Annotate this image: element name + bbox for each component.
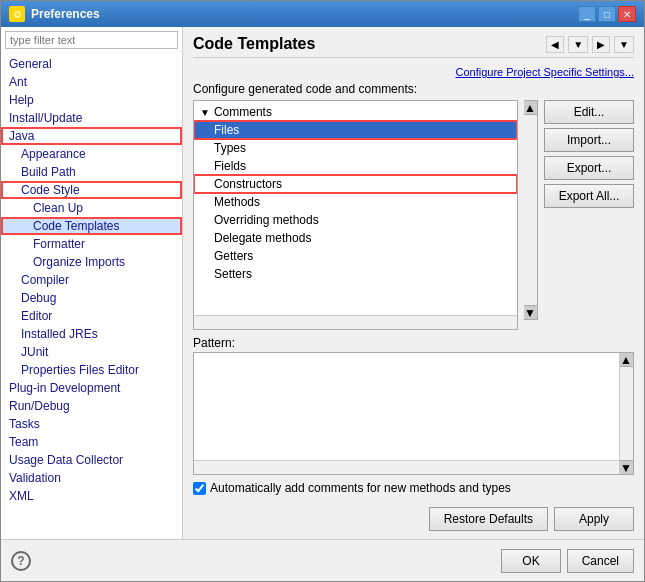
sidebar-item-build-path[interactable]: Build Path bbox=[1, 163, 182, 181]
code-tree-fields[interactable]: Fields bbox=[194, 157, 517, 175]
code-tree-setters[interactable]: Setters bbox=[194, 265, 517, 283]
sidebar-item-xml[interactable]: XML bbox=[1, 487, 182, 505]
pattern-hscrollbar[interactable] bbox=[194, 460, 619, 474]
side-buttons: Edit... Import... Export... Export All..… bbox=[544, 100, 634, 330]
window-icon: ⚙ bbox=[9, 6, 25, 22]
scrollbar-track bbox=[524, 115, 537, 305]
forward-button[interactable]: ▶ bbox=[592, 36, 610, 53]
help-button[interactable]: ? bbox=[11, 551, 31, 571]
code-tree-delegate-methods[interactable]: Delegate methods bbox=[194, 229, 517, 247]
maximize-button[interactable]: □ bbox=[598, 6, 616, 22]
code-tree: ▼ Comments Files Types Fiel bbox=[194, 101, 517, 315]
close-button[interactable]: ✕ bbox=[618, 6, 636, 22]
tree-and-buttons: ▼ Comments Files Types Fiel bbox=[193, 100, 634, 330]
sidebar-item-general[interactable]: General bbox=[1, 55, 182, 73]
code-tree-constructors[interactable]: Constructors bbox=[194, 175, 517, 193]
sidebar-item-help[interactable]: Help bbox=[1, 91, 182, 109]
configure-label: Configure generated code and comments: bbox=[193, 82, 634, 96]
sidebar-item-tasks[interactable]: Tasks bbox=[1, 415, 182, 433]
sidebar-item-usage-data-collector[interactable]: Usage Data Collector bbox=[1, 451, 182, 469]
sidebar-item-junit[interactable]: JUnit bbox=[1, 343, 182, 361]
panel-nav: ◀ ▼ ▶ ▼ bbox=[546, 36, 634, 53]
panel-title-bar: Code Templates ◀ ▼ ▶ ▼ bbox=[193, 35, 634, 58]
sidebar-item-editor[interactable]: Editor bbox=[1, 307, 182, 325]
sidebar-item-debug[interactable]: Debug bbox=[1, 289, 182, 307]
cancel-button[interactable]: Cancel bbox=[567, 549, 634, 573]
sidebar-item-code-templates[interactable]: Code Templates bbox=[1, 217, 182, 235]
pattern-scroll-up[interactable]: ▲ bbox=[620, 353, 633, 367]
ok-cancel-buttons: OK Cancel bbox=[501, 549, 634, 573]
code-tree-comments[interactable]: ▼ Comments bbox=[194, 103, 517, 121]
window-footer: ? OK Cancel bbox=[1, 539, 644, 581]
sidebar-item-install-update[interactable]: Install/Update bbox=[1, 109, 182, 127]
panel-title: Code Templates bbox=[193, 35, 315, 53]
auto-comments-checkbox[interactable] bbox=[193, 482, 206, 495]
triangle-icon: ▼ bbox=[200, 107, 210, 118]
pattern-area[interactable]: ▲ ▼ bbox=[193, 352, 634, 475]
title-bar-left: ⚙ Preferences bbox=[9, 6, 100, 22]
content-area: General Ant Help Install/Update Java App… bbox=[1, 27, 644, 539]
sidebar-item-installed-jres[interactable]: Installed JREs bbox=[1, 325, 182, 343]
configure-project-link[interactable]: Configure Project Specific Settings... bbox=[193, 66, 634, 78]
checkbox-row: Automatically add comments for new metho… bbox=[193, 481, 634, 495]
window-title: Preferences bbox=[31, 7, 100, 21]
title-buttons: _ □ ✕ bbox=[578, 6, 636, 22]
main-panel: Code Templates ◀ ▼ ▶ ▼ Configure Project… bbox=[183, 27, 644, 539]
export-all-button[interactable]: Export All... bbox=[544, 184, 634, 208]
scroll-up-btn[interactable]: ▲ bbox=[524, 101, 537, 115]
code-tree-types[interactable]: Types bbox=[194, 139, 517, 157]
back-button[interactable]: ◀ bbox=[546, 36, 564, 53]
sidebar-item-team[interactable]: Team bbox=[1, 433, 182, 451]
minimize-button[interactable]: _ bbox=[578, 6, 596, 22]
sidebar-item-validation[interactable]: Validation bbox=[1, 469, 182, 487]
sidebar-tree: General Ant Help Install/Update Java App… bbox=[1, 53, 182, 539]
apply-button[interactable]: Apply bbox=[554, 507, 634, 531]
sidebar-item-clean-up[interactable]: Clean Up bbox=[1, 199, 182, 217]
code-tree-container: ▼ Comments Files Types Fiel bbox=[193, 100, 518, 330]
sidebar-item-code-style[interactable]: Code Style bbox=[1, 181, 182, 199]
sidebar-item-java[interactable]: Java bbox=[1, 127, 182, 145]
export-button[interactable]: Export... bbox=[544, 156, 634, 180]
nav-dropdown2[interactable]: ▼ bbox=[614, 36, 634, 53]
scroll-down-btn[interactable]: ▼ bbox=[524, 305, 537, 319]
code-tree-overriding-methods[interactable]: Overriding methods bbox=[194, 211, 517, 229]
sidebar-item-ant[interactable]: Ant bbox=[1, 73, 182, 91]
sidebar-item-plugin-development[interactable]: Plug-in Development bbox=[1, 379, 182, 397]
filter-input[interactable] bbox=[5, 31, 178, 49]
code-tree-methods[interactable]: Methods bbox=[194, 193, 517, 211]
sidebar-item-organize-imports[interactable]: Organize Imports bbox=[1, 253, 182, 271]
pattern-vscrollbar[interactable]: ▲ ▼ bbox=[619, 353, 633, 474]
ok-button[interactable]: OK bbox=[501, 549, 560, 573]
nav-dropdown[interactable]: ▼ bbox=[568, 36, 588, 53]
sidebar-item-properties-files-editor[interactable]: Properties Files Editor bbox=[1, 361, 182, 379]
title-bar: ⚙ Preferences _ □ ✕ bbox=[1, 1, 644, 27]
bottom-buttons: Restore Defaults Apply bbox=[193, 503, 634, 531]
sidebar-item-run-debug[interactable]: Run/Debug bbox=[1, 397, 182, 415]
pattern-label: Pattern: bbox=[193, 336, 634, 350]
pattern-scroll-down[interactable]: ▼ bbox=[620, 460, 633, 474]
checkbox-label: Automatically add comments for new metho… bbox=[210, 481, 511, 495]
edit-button[interactable]: Edit... bbox=[544, 100, 634, 124]
sidebar-item-appearance[interactable]: Appearance bbox=[1, 145, 182, 163]
sidebar-item-formatter[interactable]: Formatter bbox=[1, 235, 182, 253]
code-tree-files[interactable]: Files bbox=[194, 121, 517, 139]
code-tree-getters[interactable]: Getters bbox=[194, 247, 517, 265]
sidebar-item-compiler[interactable]: Compiler bbox=[1, 271, 182, 289]
preferences-window: ⚙ Preferences _ □ ✕ General Ant Help Ins… bbox=[0, 0, 645, 582]
restore-defaults-button[interactable]: Restore Defaults bbox=[429, 507, 548, 531]
horizontal-scrollbar[interactable] bbox=[194, 315, 517, 329]
sidebar: General Ant Help Install/Update Java App… bbox=[1, 27, 183, 539]
import-button[interactable]: Import... bbox=[544, 128, 634, 152]
